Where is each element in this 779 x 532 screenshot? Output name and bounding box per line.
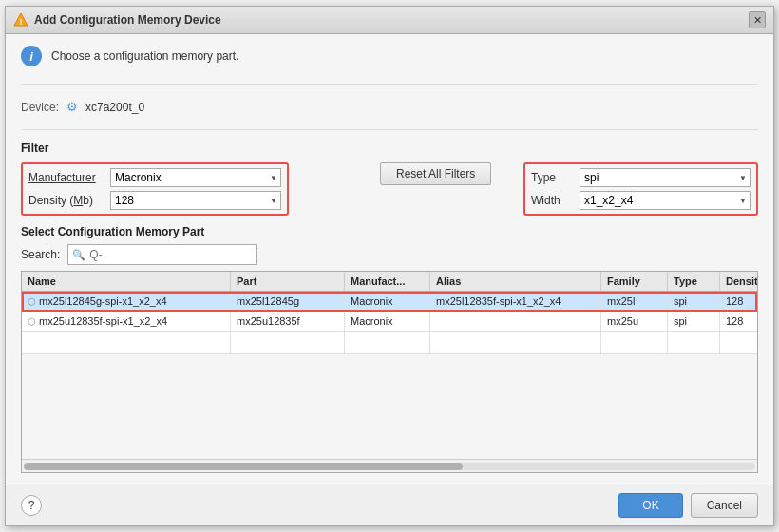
table-row[interactable]: ⬡ mx25l12845g-spi-x1_x2_x4 mx25l12845g M… bbox=[22, 292, 757, 312]
type-label: Type bbox=[531, 171, 574, 184]
divider-1 bbox=[21, 84, 758, 85]
manufacturer-select[interactable]: Macronix Micron Spansion All bbox=[110, 168, 281, 187]
table-header: Name Part Manufact... Alias Family Type … bbox=[22, 272, 757, 292]
table-row[interactable]: ⬡ mx25u12835f-spi-x1_x2_x4 mx25u12835f M… bbox=[22, 312, 757, 332]
col-density: Density (. bbox=[720, 272, 758, 291]
select-part-title: Select Configuration Memory Part bbox=[21, 225, 758, 238]
density-label: Density (Mb) bbox=[28, 194, 104, 207]
search-input[interactable] bbox=[67, 244, 257, 265]
width-label: Width bbox=[531, 194, 574, 207]
scrollbar-track bbox=[24, 463, 755, 470]
density-select-wrapper: 128 64 256 All bbox=[110, 191, 281, 210]
cell-name-0: ⬡ mx25l12845g-spi-x1_x2_x4 bbox=[22, 292, 231, 311]
search-icon: 🔍 bbox=[72, 249, 86, 261]
title-bar-left: ! Add Configuration Memory Device bbox=[13, 12, 221, 28]
search-input-wrapper: 🔍 bbox=[67, 244, 257, 265]
close-button[interactable]: ✕ bbox=[749, 11, 766, 28]
parts-table: Name Part Manufact... Alias Family Type … bbox=[21, 271, 758, 473]
table-row-empty bbox=[22, 332, 757, 354]
reset-btn-container: Reset All Filters bbox=[298, 162, 491, 189]
cell-mfr-0: Macronix bbox=[345, 292, 430, 311]
manufacturer-select-wrapper: Macronix Micron Spansion All bbox=[110, 168, 281, 187]
manufacturer-row: Manufacturer Macronix Micron Spansion Al… bbox=[28, 168, 281, 187]
dialog-title: Add Configuration Memory Device bbox=[34, 13, 221, 27]
info-row: i Choose a configuration memory part. bbox=[21, 46, 758, 72]
select-part-section: Select Configuration Memory Part Search:… bbox=[21, 225, 758, 473]
cell-family-1: mx25u bbox=[601, 312, 668, 331]
cell-density-1: 128 bbox=[720, 312, 757, 331]
col-name: Name bbox=[22, 272, 231, 291]
row-icon-1: ⬡ bbox=[28, 316, 36, 327]
width-select[interactable]: x1_x2_x4 x1 x2 x4 bbox=[580, 191, 750, 210]
cell-name-1: ⬡ mx25u12835f-spi-x1_x2_x4 bbox=[22, 312, 231, 331]
svg-text:!: ! bbox=[20, 17, 23, 27]
density-row: Density (Mb) 128 64 256 All bbox=[28, 191, 281, 210]
cell-part-1: mx25u12835f bbox=[231, 312, 345, 331]
cell-alias-1 bbox=[430, 312, 601, 331]
width-row: Width x1_x2_x4 x1 x2 x4 bbox=[531, 191, 750, 210]
col-alias: Alias bbox=[430, 272, 601, 291]
cell-type-0: spi bbox=[668, 292, 720, 311]
scrollbar-thumb bbox=[24, 463, 463, 470]
dialog-footer: ? OK Cancel bbox=[6, 484, 773, 525]
row-icon-0: ⬡ bbox=[28, 296, 36, 307]
info-text: Choose a configuration memory part. bbox=[51, 49, 238, 63]
col-type: Type bbox=[668, 272, 720, 291]
divider-2 bbox=[21, 129, 758, 130]
table-body: ⬡ mx25l12845g-spi-x1_x2_x4 mx25l12845g M… bbox=[22, 292, 757, 459]
device-label: Device: bbox=[21, 101, 59, 114]
density-select[interactable]: 128 64 256 All bbox=[110, 191, 281, 210]
filter-section: Filter Manufacturer Macronix Micron Span… bbox=[21, 142, 758, 216]
title-bar: ! Add Configuration Memory Device ✕ bbox=[6, 7, 773, 34]
add-config-memory-dialog: ! Add Configuration Memory Device ✕ i Ch… bbox=[5, 6, 774, 526]
type-select[interactable]: spi bpi All bbox=[580, 168, 750, 187]
ok-button[interactable]: OK bbox=[618, 493, 682, 518]
manufacturer-label: Manufacturer bbox=[28, 171, 104, 184]
col-part: Part bbox=[231, 272, 345, 291]
dialog-title-icon: ! bbox=[13, 12, 28, 28]
cell-family-0: mx25l bbox=[601, 292, 668, 311]
search-label: Search: bbox=[21, 248, 60, 261]
col-manufacturer: Manufact... bbox=[345, 272, 430, 291]
filter-right-box: Type spi bpi All Width bbox=[523, 162, 758, 216]
filter-left-box: Manufacturer Macronix Micron Spansion Al… bbox=[21, 162, 289, 216]
help-button[interactable]: ? bbox=[21, 495, 42, 516]
type-select-wrapper: spi bpi All bbox=[580, 168, 750, 187]
col-family: Family bbox=[601, 272, 668, 291]
reset-filters-button[interactable]: Reset All Filters bbox=[380, 162, 491, 185]
type-row: Type spi bpi All bbox=[531, 168, 750, 187]
info-icon: i bbox=[21, 46, 42, 66]
cell-type-1: spi bbox=[668, 312, 720, 331]
footer-buttons: OK Cancel bbox=[618, 493, 758, 518]
device-row: Device: ⚙ xc7a200t_0 bbox=[21, 96, 758, 118]
cell-part-0: mx25l12845g bbox=[231, 292, 345, 311]
width-select-wrapper: x1_x2_x4 x1 x2 x4 bbox=[580, 191, 750, 210]
filter-title: Filter bbox=[21, 142, 758, 155]
filter-area: Manufacturer Macronix Micron Spansion Al… bbox=[21, 162, 758, 216]
search-row: Search: 🔍 bbox=[21, 244, 758, 265]
cell-alias-0: mx25l12835f-spi-x1_x2_x4 bbox=[430, 292, 601, 311]
device-icon: ⚙ bbox=[66, 100, 78, 114]
device-name: xc7a200t_0 bbox=[86, 101, 144, 114]
cell-density-0: 128 bbox=[720, 292, 757, 311]
dialog-body: i Choose a configuration memory part. De… bbox=[6, 34, 773, 484]
cell-mfr-1: Macronix bbox=[345, 312, 430, 331]
cancel-button[interactable]: Cancel bbox=[691, 493, 758, 518]
horizontal-scrollbar[interactable] bbox=[22, 459, 757, 472]
